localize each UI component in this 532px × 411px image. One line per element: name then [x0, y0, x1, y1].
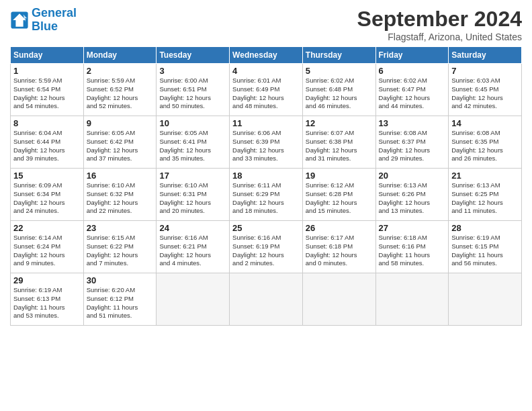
calendar-day-cell: 19 Sunrise: 6:12 AMSunset: 6:28 PMDaylig…	[302, 169, 375, 221]
day-info: Sunrise: 6:10 AMSunset: 6:32 PMDaylight:…	[87, 181, 154, 216]
day-number: 15	[13, 171, 81, 181]
day-number: 19	[306, 171, 373, 181]
subtitle: Flagstaff, Arizona, United States	[357, 32, 522, 42]
day-of-week-header: Friday	[375, 47, 449, 64]
day-info: Sunrise: 6:12 AMSunset: 6:28 PMDaylight:…	[306, 181, 373, 216]
day-number: 27	[379, 223, 446, 233]
calendar-day-cell: 18 Sunrise: 6:11 AMSunset: 6:29 PMDaylig…	[230, 169, 303, 221]
day-info: Sunrise: 6:03 AMSunset: 6:45 PMDaylight:…	[451, 77, 519, 111]
day-info: Sunrise: 5:59 AMSunset: 6:54 PMDaylight:…	[13, 77, 81, 111]
page-container: General Blue September 2024 Flagstaff, A…	[0, 0, 532, 411]
day-number: 8	[13, 118, 81, 128]
calendar-day-cell: 25 Sunrise: 6:16 AMSunset: 6:19 PMDaylig…	[230, 221, 303, 273]
day-number: 24	[159, 223, 226, 233]
calendar-day-cell: 16 Sunrise: 6:10 AMSunset: 6:32 PMDaylig…	[83, 169, 157, 221]
calendar-body: 1 Sunrise: 5:59 AMSunset: 6:54 PMDayligh…	[11, 64, 522, 326]
calendar-day-cell: 27 Sunrise: 6:18 AMSunset: 6:16 PMDaylig…	[375, 221, 449, 273]
calendar-day-cell: 26 Sunrise: 6:17 AMSunset: 6:18 PMDaylig…	[302, 221, 375, 273]
calendar-day-cell: 1 Sunrise: 5:59 AMSunset: 6:54 PMDayligh…	[11, 64, 84, 116]
calendar-day-cell: 30 Sunrise: 6:20 AMSunset: 6:12 PMDaylig…	[83, 273, 157, 326]
day-info: Sunrise: 6:08 AMSunset: 6:37 PMDaylight:…	[379, 129, 446, 163]
day-of-week-header: Tuesday	[157, 47, 230, 64]
calendar-day-cell: 24 Sunrise: 6:16 AMSunset: 6:21 PMDaylig…	[157, 221, 230, 273]
calendar-day-cell	[375, 273, 449, 326]
day-number: 6	[379, 66, 446, 76]
day-number: 23	[87, 223, 154, 233]
day-number: 2	[87, 66, 154, 76]
calendar-day-cell: 12 Sunrise: 6:07 AMSunset: 6:38 PMDaylig…	[302, 116, 375, 169]
day-info: Sunrise: 6:07 AMSunset: 6:38 PMDaylight:…	[306, 129, 373, 163]
day-info: Sunrise: 6:20 AMSunset: 6:12 PMDaylight:…	[87, 286, 154, 320]
day-of-week-header: Thursday	[302, 47, 375, 64]
title-block: September 2024 Flagstaff, Arizona, Unite…	[357, 7, 522, 42]
day-info: Sunrise: 6:17 AMSunset: 6:18 PMDaylight:…	[306, 234, 373, 268]
day-info: Sunrise: 6:02 AMSunset: 6:48 PMDaylight:…	[306, 77, 373, 111]
day-info: Sunrise: 6:05 AMSunset: 6:41 PMDaylight:…	[159, 129, 226, 163]
day-number: 12	[306, 118, 373, 128]
day-number: 11	[232, 118, 300, 128]
calendar-week-row: 1 Sunrise: 5:59 AMSunset: 6:54 PMDayligh…	[11, 64, 522, 116]
calendar-week-row: 22 Sunrise: 6:14 AMSunset: 6:24 PMDaylig…	[11, 221, 522, 273]
calendar-day-cell: 5 Sunrise: 6:02 AMSunset: 6:48 PMDayligh…	[302, 64, 375, 116]
calendar-day-cell	[449, 273, 522, 326]
day-number: 4	[232, 66, 300, 76]
day-number: 1	[13, 66, 81, 76]
days-of-week-row: SundayMondayTuesdayWednesdayThursdayFrid…	[11, 47, 522, 64]
day-number: 26	[306, 223, 373, 233]
calendar-day-cell: 7 Sunrise: 6:03 AMSunset: 6:45 PMDayligh…	[449, 64, 522, 116]
day-info: Sunrise: 6:14 AMSunset: 6:24 PMDaylight:…	[13, 234, 81, 268]
calendar-day-cell: 4 Sunrise: 6:01 AMSunset: 6:49 PMDayligh…	[230, 64, 303, 116]
calendar-week-row: 15 Sunrise: 6:09 AMSunset: 6:34 PMDaylig…	[11, 169, 522, 221]
calendar-day-cell: 11 Sunrise: 6:06 AMSunset: 6:39 PMDaylig…	[230, 116, 303, 169]
day-info: Sunrise: 6:13 AMSunset: 6:25 PMDaylight:…	[451, 181, 519, 216]
day-info: Sunrise: 6:00 AMSunset: 6:51 PMDaylight:…	[159, 77, 226, 111]
calendar-day-cell: 14 Sunrise: 6:08 AMSunset: 6:35 PMDaylig…	[449, 116, 522, 169]
day-number: 16	[87, 171, 154, 181]
day-info: Sunrise: 6:09 AMSunset: 6:34 PMDaylight:…	[13, 181, 81, 216]
calendar-day-cell	[230, 273, 303, 326]
day-number: 17	[159, 171, 226, 181]
calendar-week-row: 8 Sunrise: 6:04 AMSunset: 6:44 PMDayligh…	[11, 116, 522, 169]
day-info: Sunrise: 5:59 AMSunset: 6:52 PMDaylight:…	[87, 77, 154, 111]
day-number: 21	[451, 171, 519, 181]
day-info: Sunrise: 6:01 AMSunset: 6:49 PMDaylight:…	[232, 77, 300, 111]
day-info: Sunrise: 6:16 AMSunset: 6:21 PMDaylight:…	[159, 234, 226, 268]
calendar-table: SundayMondayTuesdayWednesdayThursdayFrid…	[10, 46, 522, 326]
day-number: 13	[379, 118, 446, 128]
day-info: Sunrise: 6:19 AMSunset: 6:13 PMDaylight:…	[13, 286, 81, 320]
day-of-week-header: Sunday	[11, 47, 84, 64]
calendar-week-row: 29 Sunrise: 6:19 AMSunset: 6:13 PMDaylig…	[11, 273, 522, 326]
day-number: 9	[87, 118, 154, 128]
day-number: 22	[13, 223, 81, 233]
calendar-day-cell: 6 Sunrise: 6:02 AMSunset: 6:47 PMDayligh…	[375, 64, 449, 116]
day-number: 18	[232, 171, 300, 181]
day-info: Sunrise: 6:11 AMSunset: 6:29 PMDaylight:…	[232, 181, 300, 216]
day-number: 25	[232, 223, 300, 233]
logo-line2: Blue	[32, 19, 58, 33]
calendar-day-cell: 22 Sunrise: 6:14 AMSunset: 6:24 PMDaylig…	[11, 221, 84, 273]
day-info: Sunrise: 6:04 AMSunset: 6:44 PMDaylight:…	[13, 129, 81, 163]
calendar-day-cell: 28 Sunrise: 6:19 AMSunset: 6:15 PMDaylig…	[449, 221, 522, 273]
logo: General Blue	[10, 7, 77, 34]
calendar-day-cell: 10 Sunrise: 6:05 AMSunset: 6:41 PMDaylig…	[157, 116, 230, 169]
calendar-day-cell	[157, 273, 230, 326]
calendar-day-cell: 3 Sunrise: 6:00 AMSunset: 6:51 PMDayligh…	[157, 64, 230, 116]
logo-icon	[10, 11, 29, 30]
calendar-day-cell: 9 Sunrise: 6:05 AMSunset: 6:42 PMDayligh…	[83, 116, 157, 169]
day-of-week-header: Saturday	[449, 47, 522, 64]
calendar-day-cell: 23 Sunrise: 6:15 AMSunset: 6:22 PMDaylig…	[83, 221, 157, 273]
day-number: 7	[451, 66, 519, 76]
calendar-day-cell: 8 Sunrise: 6:04 AMSunset: 6:44 PMDayligh…	[11, 116, 84, 169]
calendar-day-cell: 21 Sunrise: 6:13 AMSunset: 6:25 PMDaylig…	[449, 169, 522, 221]
day-number: 20	[379, 171, 446, 181]
day-info: Sunrise: 6:18 AMSunset: 6:16 PMDaylight:…	[379, 234, 446, 268]
day-number: 29	[13, 275, 81, 285]
day-info: Sunrise: 6:08 AMSunset: 6:35 PMDaylight:…	[451, 129, 519, 163]
calendar-day-cell: 13 Sunrise: 6:08 AMSunset: 6:37 PMDaylig…	[375, 116, 449, 169]
calendar-day-cell: 29 Sunrise: 6:19 AMSunset: 6:13 PMDaylig…	[11, 273, 84, 326]
calendar-header: SundayMondayTuesdayWednesdayThursdayFrid…	[11, 47, 522, 64]
calendar-day-cell: 20 Sunrise: 6:13 AMSunset: 6:26 PMDaylig…	[375, 169, 449, 221]
calendar-day-cell	[302, 273, 375, 326]
calendar-day-cell: 2 Sunrise: 5:59 AMSunset: 6:52 PMDayligh…	[83, 64, 157, 116]
day-info: Sunrise: 6:15 AMSunset: 6:22 PMDaylight:…	[87, 234, 154, 268]
